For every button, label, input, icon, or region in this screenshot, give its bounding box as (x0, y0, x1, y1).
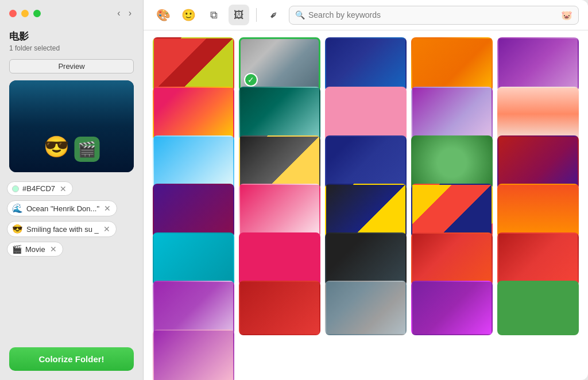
colorize-button[interactable]: Colorize Folder! (9, 347, 134, 371)
tag-color-remove[interactable]: ✕ (60, 185, 67, 193)
minimize-button[interactable] (21, 10, 29, 17)
grid-item[interactable] (497, 232, 579, 287)
tag-color-dot (12, 185, 19, 192)
tag-ocean-remove[interactable]: ✕ (104, 204, 111, 212)
emoji-icon: 🙂 (181, 8, 196, 22)
folder-tool-button[interactable]: ⧉ (203, 5, 224, 25)
search-emoji-icon: 🐷 (561, 10, 572, 21)
grid-item[interactable] (153, 87, 234, 141)
app-title: 电影 (9, 30, 134, 43)
folder-icon: ⧉ (210, 9, 218, 21)
tag-movie-icon: 🎬 (12, 245, 22, 254)
forward-button[interactable]: › (126, 7, 134, 20)
grid-item[interactable] (239, 281, 320, 335)
grid-item[interactable] (153, 184, 234, 238)
emoji-tool-button[interactable]: 🙂 (178, 5, 199, 25)
image-icon: 🖼 (234, 9, 244, 21)
folder-movie-icon: 🎬 (74, 137, 99, 162)
eyedropper-icon: ✒ (266, 7, 281, 22)
grid-item[interactable] (239, 232, 320, 287)
grid-item[interactable] (411, 87, 493, 141)
grid-item[interactable] (411, 135, 493, 190)
tag-smiling-label: Smiling face with su _ (26, 225, 99, 234)
palette-icon: 🎨 (156, 8, 171, 22)
tags-section: #B4FCD7 ✕ 🌊 Ocean "Henrik Don..." ✕ 😎 Sm… (0, 181, 143, 340)
toolbar-divider (256, 8, 257, 22)
grid-item[interactable] (153, 37, 234, 92)
tag-ocean[interactable]: 🌊 Ocean "Henrik Don..." ✕ (7, 200, 117, 216)
app-title-section: 电影 1 folder selected (0, 26, 143, 59)
grid-item[interactable] (497, 87, 579, 141)
folder-preview: 😎 🎬 (9, 80, 134, 172)
grid-item[interactable]: ✓ (239, 37, 320, 92)
tag-movie-label: Movie (25, 245, 45, 254)
folder-emoji-icon: 😎 (44, 137, 69, 162)
grid-item[interactable] (497, 135, 579, 190)
palette-tool-button[interactable]: 🎨 (153, 5, 173, 25)
toolbar: 🎨 🙂 ⧉ 🖼 ✒ 🔍 🐷 (144, 0, 588, 30)
back-button[interactable]: ‹ (115, 7, 122, 20)
grid-item[interactable] (325, 232, 407, 287)
grid-item[interactable] (497, 184, 579, 238)
grid-item[interactable] (497, 37, 579, 92)
selected-checkmark: ✓ (244, 73, 258, 87)
grid-item[interactable] (153, 135, 234, 190)
image-grid: ✓ (144, 30, 588, 380)
left-panel: ‹ › 电影 1 folder selected Preview 😎 🎬 #B4… (0, 0, 144, 380)
grid-item[interactable] (153, 232, 234, 287)
grid-item[interactable] (411, 184, 493, 238)
tag-smiling[interactable]: 😎 Smiling face with su _ ✕ (7, 221, 117, 237)
tag-ocean-label: Ocean "Henrik Don..." (26, 204, 99, 213)
grid-item[interactable] (153, 329, 234, 380)
tag-color-label: #B4FCD7 (22, 184, 55, 193)
search-icon: 🔍 (295, 10, 305, 20)
maximize-button[interactable] (33, 10, 41, 17)
grid-item[interactable] (153, 281, 234, 335)
grid-item[interactable] (239, 184, 320, 238)
tag-color[interactable]: #B4FCD7 ✕ (7, 181, 73, 196)
grid-item[interactable] (325, 135, 407, 190)
grid-item[interactable] (411, 232, 493, 287)
grid-item[interactable] (325, 281, 407, 335)
eyedropper-tool-button[interactable]: ✒ (264, 5, 284, 25)
search-input[interactable] (308, 10, 558, 20)
tag-movie-remove[interactable]: ✕ (50, 245, 57, 253)
preview-button[interactable]: Preview (9, 59, 134, 73)
grid-item[interactable] (411, 281, 493, 335)
folder-background: 😎 🎬 (9, 80, 134, 172)
grid-item[interactable] (325, 87, 407, 141)
grid-item[interactable] (497, 281, 579, 335)
close-button[interactable] (9, 10, 17, 17)
tag-ocean-emoji: 🌊 (12, 203, 23, 214)
tag-movie[interactable]: 🎬 Movie ✕ (7, 242, 63, 257)
grid-item[interactable] (239, 135, 320, 190)
grid-item[interactable] (411, 37, 493, 92)
grid-item[interactable] (325, 184, 407, 238)
image-tool-button[interactable]: 🖼 (229, 5, 249, 25)
right-panel: 🎨 🙂 ⧉ 🖼 ✒ 🔍 🐷 ✓ (144, 0, 588, 380)
traffic-lights (9, 10, 41, 17)
search-box: 🔍 🐷 (289, 6, 579, 25)
nav-arrows: ‹ › (115, 7, 134, 20)
tag-smiling-emoji: 😎 (12, 224, 23, 234)
folder-icons: 😎 🎬 (44, 137, 99, 162)
titlebar: ‹ › (0, 0, 143, 26)
tag-smiling-remove[interactable]: ✕ (103, 225, 110, 233)
grid-item[interactable] (239, 87, 320, 141)
app-subtitle: 1 folder selected (9, 44, 134, 52)
grid-item[interactable] (325, 37, 407, 92)
